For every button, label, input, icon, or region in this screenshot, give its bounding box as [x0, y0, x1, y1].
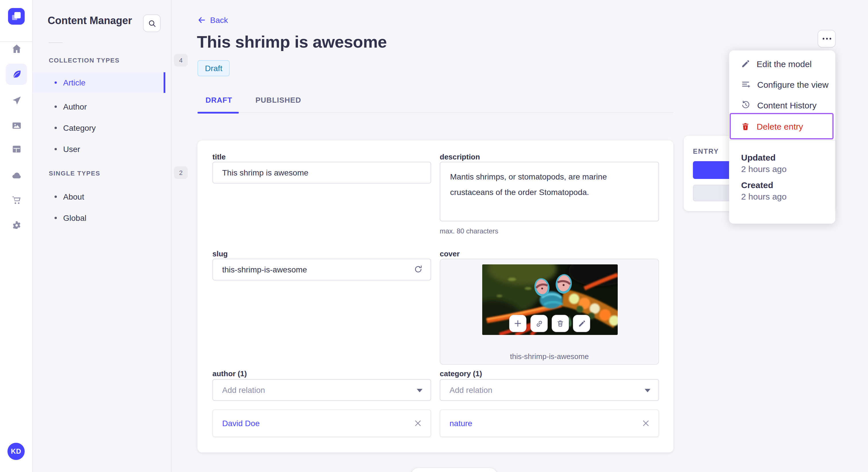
search-button[interactable] [143, 14, 161, 32]
sidebar-title: Content Manager [48, 15, 132, 27]
delete-media-button[interactable] [552, 315, 569, 332]
settings-gear-icon[interactable] [6, 214, 27, 236]
author-relation-item[interactable]: David Doe [212, 409, 431, 437]
send-plane-icon[interactable] [6, 90, 27, 111]
slug-field-label: slug [212, 249, 228, 258]
add-media-button[interactable] [509, 315, 526, 332]
page-title: This shrimp is awesome [197, 33, 387, 52]
bottom-pill[interactable] [411, 468, 497, 472]
more-actions-menu: Edit the model Configure the view Conten… [729, 50, 835, 224]
chevron-down-icon [645, 389, 650, 392]
tab-published[interactable]: PUBLISHED [255, 96, 301, 104]
description-hint: max. 80 characters [440, 227, 498, 235]
menu-item-label: Content History [757, 100, 817, 110]
bullet-icon [55, 148, 57, 150]
menu-item-content-history[interactable]: Content History [729, 95, 835, 115]
plus-icon [514, 319, 522, 328]
sidebar-item-user[interactable]: User [33, 139, 165, 160]
menu-item-configure-the-view[interactable]: Configure the view [729, 74, 835, 95]
sidebar-item-article[interactable]: Article [33, 72, 165, 93]
updated-value: 2 hours ago [741, 164, 786, 174]
status-badge: Draft [197, 60, 230, 76]
category-relation-combobox[interactable]: Add relation [440, 379, 659, 401]
content-writer-feather-icon[interactable] [6, 64, 27, 85]
sidebar-item-about[interactable]: About [33, 187, 165, 207]
bullet-icon [55, 127, 57, 129]
title-input[interactable] [212, 162, 431, 183]
pencil-icon [741, 59, 750, 68]
dots-icon [823, 38, 824, 40]
slug-input[interactable] [212, 259, 431, 280]
sidebar-item-global[interactable]: Global [33, 208, 165, 228]
cloud-icon[interactable] [6, 165, 27, 186]
content-manager-sidebar: Content Manager COLLECTION TYPES 4 Artic… [33, 0, 172, 472]
sidebar-item-label: About [63, 192, 84, 201]
updated-label: Updated [741, 153, 776, 162]
remove-relation-icon[interactable] [414, 420, 422, 427]
description-field-label: description [440, 153, 480, 161]
collection-types-count-badge: 4 [174, 54, 188, 67]
category-relation-item[interactable]: nature [440, 409, 659, 437]
pencil-icon [578, 320, 585, 327]
section-single-types: SINGLE TYPES [49, 170, 100, 177]
bullet-icon [55, 81, 57, 84]
combobox-placeholder: Add relation [450, 385, 492, 395]
cover-actions [509, 315, 590, 332]
sidebar-item-label: Article [63, 78, 86, 87]
bullet-icon [55, 196, 57, 198]
chevron-down-icon [417, 389, 423, 392]
list-configure-icon [741, 80, 750, 89]
author-field-label: author (1) [212, 369, 247, 378]
menu-item-label: Delete entry [756, 121, 803, 131]
back-link[interactable]: Back [197, 15, 228, 25]
author-relation-combobox[interactable]: Add relation [212, 379, 431, 401]
tab-draft[interactable]: DRAFT [206, 96, 232, 104]
strapi-admin: KD Content Manager COLLECTION TYPES 4 Ar… [0, 0, 868, 472]
tab-bar: DRAFT PUBLISHED [197, 92, 673, 113]
sidebar-item-label: Category [63, 123, 96, 133]
active-tab-underline [197, 112, 239, 113]
menu-item-delete-entry[interactable]: Delete entry [730, 113, 834, 139]
cover-field-label: cover [440, 249, 460, 258]
copy-link-button[interactable] [530, 315, 548, 332]
marketplace-cart-icon[interactable] [6, 189, 27, 210]
sidebar-item-label: Global [63, 213, 86, 223]
home-icon[interactable] [6, 38, 27, 59]
created-label: Created [741, 180, 773, 190]
search-icon [148, 19, 156, 27]
category-field-label: category (1) [440, 369, 482, 378]
remove-relation-icon[interactable] [642, 420, 649, 427]
cover-media-card: this-shrimp-is-awesome [440, 259, 659, 365]
trash-icon [556, 319, 564, 328]
user-avatar[interactable]: KD [7, 443, 25, 460]
sidebar-item-label: User [63, 144, 80, 154]
strapi-logo[interactable] [8, 8, 25, 25]
relation-link[interactable]: nature [450, 419, 472, 428]
edit-form-card: title description Mantis shrimps, or sto… [197, 140, 673, 452]
section-collection-types: COLLECTION TYPES [49, 57, 120, 64]
title-field-label: title [212, 153, 226, 161]
menu-divider [729, 140, 835, 140]
sidebar-item-label: Author [63, 102, 87, 111]
combobox-placeholder: Add relation [222, 385, 265, 395]
trash-icon [741, 122, 750, 131]
sidebar-item-author[interactable]: Author [33, 96, 165, 117]
description-textarea[interactable]: Mantis shrimps, or stomatopods, are mari… [440, 162, 659, 222]
relation-link[interactable]: David Doe [222, 419, 260, 428]
media-images-icon[interactable] [6, 115, 27, 136]
bullet-icon [55, 105, 57, 108]
back-label: Back [210, 15, 228, 25]
edit-media-button[interactable] [573, 315, 590, 332]
more-actions-button[interactable] [817, 30, 836, 47]
created-value: 2 hours ago [741, 192, 786, 201]
strapi-logo-glyph [8, 8, 25, 25]
nav-rail: KD [0, 0, 33, 472]
sidebar-item-category[interactable]: Category [33, 117, 165, 138]
bullet-icon [55, 217, 57, 219]
menu-item-edit-the-model[interactable]: Edit the model [729, 53, 835, 74]
menu-item-label: Configure the view [757, 79, 828, 89]
regenerate-slug-icon[interactable] [414, 265, 423, 274]
menu-item-label: Edit the model [756, 59, 812, 69]
layout-builder-icon[interactable] [6, 138, 27, 160]
sidebar-divider [49, 42, 63, 43]
